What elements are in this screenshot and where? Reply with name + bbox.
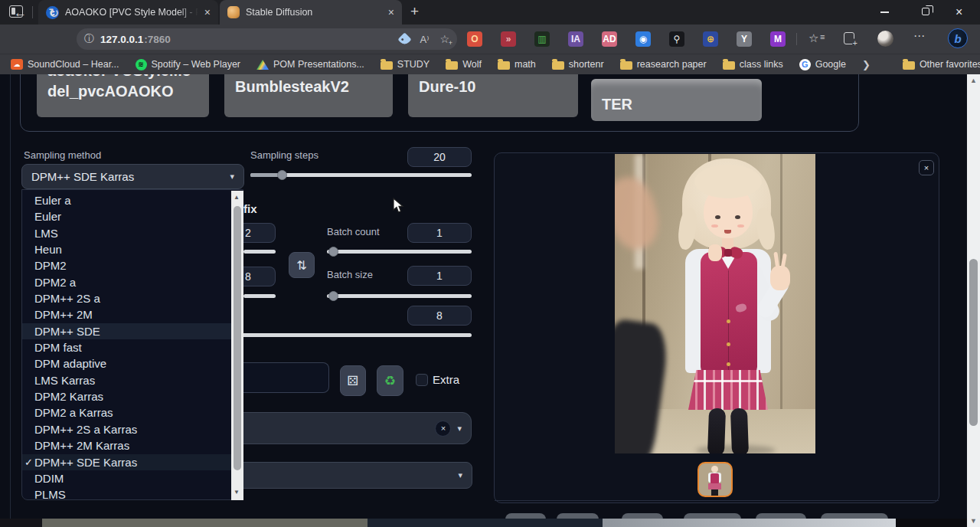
sampler-option[interactable]: ✓ Euler	[22, 208, 243, 224]
batch-count-input[interactable]: 1	[407, 223, 472, 243]
minimize-button[interactable]	[880, 0, 889, 25]
bookmark-item[interactable]: reasearch paper	[620, 59, 707, 70]
height-input-fragment[interactable]: 8	[243, 267, 276, 286]
shopping-tag-icon[interactable]	[397, 32, 411, 46]
generated-image[interactable]	[615, 154, 815, 453]
close-image-viewer-button[interactable]: ×	[919, 160, 934, 175]
batch-size-slider-handle[interactable]	[328, 291, 338, 301]
sampler-option[interactable]: ✓ LMS	[22, 225, 243, 241]
ext-ad[interactable]: AD	[602, 31, 617, 47]
scroll-up-icon[interactable]: ▲	[970, 77, 977, 84]
seed-input-fragment[interactable]	[243, 362, 329, 393]
extra-seed-checkbox[interactable]	[416, 374, 428, 386]
width-input-fragment[interactable]: 2	[243, 223, 276, 243]
random-seed-dice-button[interactable]: ⚄	[340, 365, 366, 396]
other-favorites[interactable]: Other favorites	[903, 59, 980, 70]
batch-size-slider[interactable]	[327, 294, 472, 298]
tab-close-icon[interactable]: ×	[388, 7, 394, 18]
batch-count-slider-handle[interactable]	[328, 247, 338, 257]
new-tab-button[interactable]: +	[410, 3, 419, 20]
back-button[interactable]: ←	[14, 5, 27, 21]
bookmark-item[interactable]: math	[498, 59, 536, 70]
sampler-option[interactable]: ✓ DPM2 a Karras	[22, 404, 243, 421]
bookmark-item[interactable]: POM Presentations...	[256, 59, 364, 70]
sampling-steps-input[interactable]: 20	[407, 147, 472, 167]
reuse-seed-recycle-button[interactable]: ♻	[377, 365, 403, 396]
bookmark-item[interactable]: shortenr	[552, 59, 604, 70]
bookmark-favicon	[552, 61, 564, 70]
sampler-option[interactable]: ✓ DPM++ 2S a Karras	[22, 421, 243, 437]
model-card[interactable]: Dure-10	[408, 74, 578, 117]
cfg-scale-slider-fragment[interactable]	[243, 333, 472, 337]
gallery-thumbnail-selected[interactable]	[697, 462, 733, 497]
sampler-option[interactable]: ✓ DPM++ 2M Karras	[22, 437, 243, 453]
batch-count-slider[interactable]	[327, 250, 472, 254]
ext-m-wave[interactable]: M	[770, 31, 786, 47]
ext-red-o[interactable]: O	[467, 31, 482, 47]
scroll-up-icon[interactable]: ▲	[234, 194, 240, 201]
sampler-option[interactable]: ✓ DPM++ 2M	[22, 306, 243, 322]
refresh-button[interactable]: ↻	[48, 5, 59, 21]
bookmark-item[interactable]: class links	[723, 59, 783, 70]
sampler-option[interactable]: ✓ Euler a	[22, 192, 243, 208]
model-card[interactable]: aoaokoPVCStyleMo del_pvcAOAOKO	[37, 74, 209, 117]
restore-button[interactable]	[922, 8, 929, 15]
sampler-option[interactable]: ✓ DPM2 a	[22, 274, 243, 290]
bookmarks-overflow-chevron[interactable]: ❯	[862, 59, 871, 70]
page-scrollbar-thumb[interactable]	[969, 259, 978, 426]
bookmark-item[interactable]: SoundCloud – Hear...	[11, 59, 119, 70]
sampler-option[interactable]: ✓ DPM fast	[22, 339, 243, 355]
sampler-option[interactable]: ✓ DPM2	[22, 257, 243, 273]
sampler-option[interactable]: ✓ PLMS	[22, 486, 243, 502]
site-info-icon[interactable]: ⓘ	[84, 32, 94, 46]
ext-trash[interactable]: ▥	[534, 31, 550, 47]
tab-civitai[interactable]: c AOAOKO [PVC Style Model] - PV ×	[38, 0, 218, 25]
ext-fast-forward[interactable]: »	[501, 31, 516, 47]
sampler-option[interactable]: ✓ DPM++ SDE Karras	[22, 454, 243, 470]
ext-pin[interactable]: ⚲	[669, 31, 684, 47]
tab-stable-diffusion[interactable]: Stable Diffusion ×	[220, 0, 402, 25]
collections-icon[interactable]	[844, 32, 854, 44]
bookmark-item[interactable]: Spotify – Web Player	[136, 59, 241, 70]
tab-close-icon[interactable]: ×	[204, 7, 211, 18]
profile-avatar[interactable]	[877, 31, 893, 47]
model-card[interactable]: TER	[591, 79, 762, 121]
close-window-button[interactable]: ×	[956, 0, 962, 25]
other-favorites-label: Other favorites	[920, 59, 980, 70]
sampler-option[interactable]: ✓ DPM++ SDE	[22, 323, 243, 339]
batch-size-input[interactable]: 1	[407, 266, 472, 286]
scroll-down-icon[interactable]: ▼	[970, 517, 977, 525]
sampler-option[interactable]: ✓ Heun	[22, 241, 243, 257]
sampler-option[interactable]: ✓ LMS Karras	[22, 372, 243, 388]
sampler-option[interactable]: ✓ DDIM	[22, 470, 243, 486]
dropdown-scrollbar[interactable]: ▲ ▼	[231, 191, 243, 500]
sampler-option[interactable]: ✓ DPM2 Karras	[22, 388, 243, 404]
address-bar[interactable]: ⓘ 127.0.0.1 :7860 A⁾ ☆	[77, 28, 457, 50]
swap-width-height-button[interactable]: ⇅	[289, 252, 315, 278]
ext-shazam[interactable]: ◉	[635, 31, 651, 47]
height-slider-fragment[interactable]	[243, 294, 276, 298]
settings-menu-icon[interactable]: ⋯	[913, 29, 926, 43]
ext-globe[interactable]: ⊕	[703, 31, 718, 47]
sampler-option[interactable]: ✓ DPM adaptive	[22, 355, 243, 372]
ext-ia[interactable]: IA	[568, 31, 583, 47]
sampling-method-select[interactable]: DPM++ SDE Karras ▾	[21, 164, 244, 189]
bing-discover-icon[interactable]: b	[948, 28, 968, 48]
sampling-steps-slider-handle[interactable]	[277, 170, 287, 180]
add-favorite-icon[interactable]: ☆	[439, 33, 449, 45]
ext-y[interactable]: Y	[737, 31, 752, 47]
cfg-scale-input[interactable]: 8	[407, 306, 472, 326]
bookmark-item[interactable]: Google	[799, 59, 846, 70]
width-slider-fragment[interactable]	[243, 250, 276, 254]
scroll-down-icon[interactable]: ▼	[234, 489, 240, 496]
dropdown-scrollbar-thumb[interactable]	[234, 206, 241, 470]
model-card[interactable]: BumblesteakV2	[224, 74, 393, 117]
horizontal-scrollbar-thumb[interactable]	[42, 519, 368, 527]
bookmark-item[interactable]: Wolf	[446, 59, 482, 70]
clear-styles-icon[interactable]: ×	[435, 421, 451, 437]
page-scrollbar[interactable]: ▲ ▼	[967, 74, 980, 527]
bookmark-item[interactable]: STUDY	[381, 59, 430, 70]
sampler-option[interactable]: ✓ DPM++ 2S a	[22, 290, 243, 306]
favorites-menu-icon[interactable]: ☆	[808, 31, 818, 45]
read-aloud-icon[interactable]: A⁾	[420, 34, 430, 45]
